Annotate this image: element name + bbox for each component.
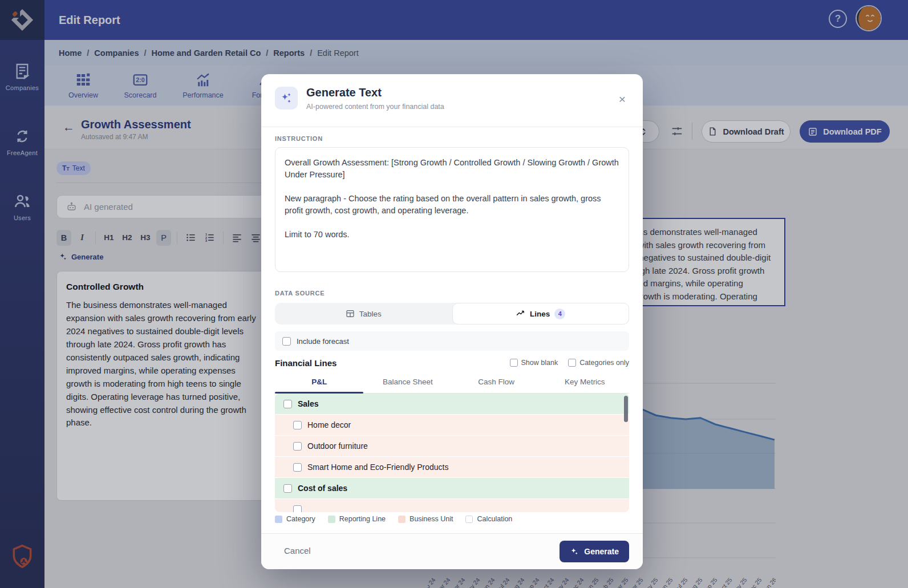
generate-button[interactable]: Generate	[560, 541, 629, 562]
cancel-button[interactable]: Cancel	[284, 546, 311, 555]
financial-line-row[interactable]: Smart Home and Eco-Friendly Products	[275, 457, 629, 478]
table-icon	[346, 309, 355, 318]
list-scrollbar-thumb[interactable]	[624, 396, 628, 422]
financial-line-row[interactable]: Sales	[275, 394, 629, 415]
lines-segment[interactable]: Lines 4	[452, 303, 630, 325]
line-label: Outdoor furniture	[307, 441, 368, 451]
line-label: Cost of sales	[298, 484, 347, 493]
financial-lines-list: SalesHome decorOutdoor furnitureSmart Ho…	[275, 394, 629, 512]
screen: Companies FreeAgent Users	[0, 0, 908, 588]
legend-swatch	[328, 516, 335, 523]
financial-line-row[interactable]: Cost of sales	[275, 478, 629, 499]
line-checkbox[interactable]	[293, 421, 302, 429]
categories-only-label: Categories only	[579, 359, 629, 367]
tab-key-metrics[interactable]: Key Metrics	[541, 375, 629, 393]
include-forecast-label: Include forecast	[297, 337, 349, 346]
legend-label: Calculation	[477, 515, 512, 523]
modal-header-divider	[261, 127, 643, 127]
modal-subtitle: AI-powered content from your financial d…	[306, 103, 444, 111]
line-checkbox[interactable]	[293, 463, 302, 472]
line-label: Sales	[298, 399, 319, 408]
line-label: Home decor	[307, 420, 351, 429]
financial-line-row[interactable]: Home decor	[275, 415, 629, 436]
financial-lines-header: Financial Lines Show blank Categories on…	[275, 356, 629, 369]
categories-only-checkbox[interactable]	[568, 359, 576, 367]
instruction-label: INSTRUCTION	[275, 135, 323, 142]
sparkle-icon	[570, 547, 579, 556]
tab-pnl[interactable]: P&L	[275, 375, 363, 393]
modal-title: Generate Text	[306, 86, 382, 99]
statement-tabs: P&L Balance Sheet Cash Flow Key Metrics	[275, 375, 629, 394]
line-checkbox[interactable]	[283, 484, 292, 493]
financial-line-row[interactable]	[275, 499, 629, 512]
modal-footer: Cancel Generate	[261, 533, 643, 569]
line-checkbox[interactable]	[293, 442, 302, 451]
tables-segment-label: Tables	[359, 310, 382, 318]
legend-label: Business Unit	[410, 515, 453, 523]
instruction-textarea[interactable]: Overall Growth Assessment: [Strong Growt…	[275, 147, 629, 272]
legend-swatch	[398, 516, 406, 523]
lines-count-badge: 4	[554, 309, 565, 319]
include-forecast-checkbox[interactable]	[282, 337, 291, 346]
legend-item: Category	[275, 515, 315, 523]
legend-item: Reporting Line	[328, 515, 386, 523]
data-source-label: DATA SOURCE	[275, 290, 325, 297]
line-checkbox[interactable]	[293, 505, 302, 513]
financial-lines-title: Financial Lines	[275, 358, 337, 368]
row-type-legend: CategoryReporting LineBusiness UnitCalcu…	[275, 515, 512, 523]
legend-item: Calculation	[465, 515, 512, 523]
financial-line-row[interactable]: Outdoor furniture	[275, 436, 629, 457]
tab-cash-flow[interactable]: Cash Flow	[452, 375, 541, 393]
generate-text-modal: Generate Text AI-powered content from yo…	[261, 74, 643, 569]
show-blank-label: Show blank	[521, 359, 558, 367]
tables-segment[interactable]: Tables	[275, 303, 452, 325]
close-icon[interactable]: ×	[619, 93, 626, 105]
legend-label: Reporting Line	[339, 515, 386, 523]
line-label: Smart Home and Eco-Friendly Products	[307, 463, 448, 472]
modal-icon-tile	[275, 87, 298, 110]
legend-swatch	[465, 516, 473, 523]
data-source-segmented-control: Tables Lines 4	[275, 303, 629, 325]
ai-sparkles-icon	[279, 91, 293, 105]
lines-segment-label: Lines	[530, 310, 550, 318]
generate-button-label: Generate	[584, 547, 619, 556]
trend-icon	[516, 309, 525, 319]
line-checkbox[interactable]	[283, 400, 292, 408]
show-blank-checkbox[interactable]	[510, 359, 518, 367]
legend-label: Category	[286, 515, 315, 523]
tab-balance-sheet[interactable]: Balance Sheet	[363, 375, 452, 393]
include-forecast-row: Include forecast	[275, 331, 629, 351]
legend-swatch	[275, 516, 282, 523]
legend-item: Business Unit	[398, 515, 453, 523]
